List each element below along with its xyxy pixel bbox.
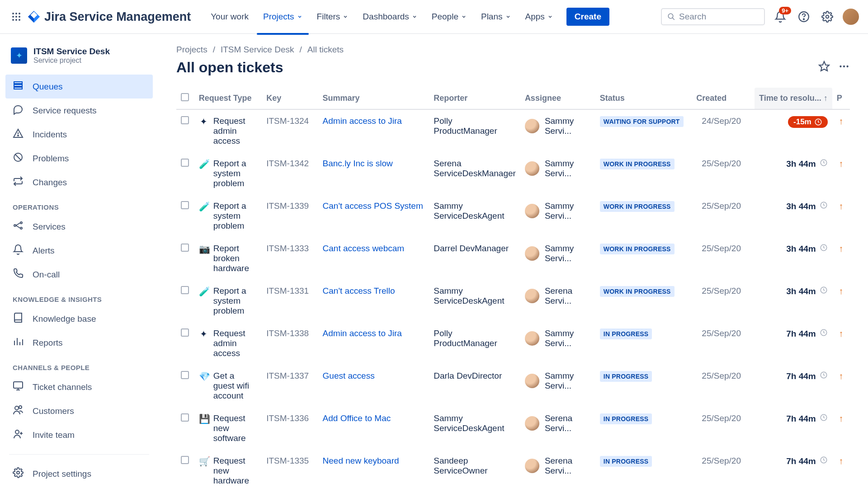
status-badge[interactable]: WAITING FOR SUPPORT bbox=[600, 116, 684, 127]
issue-key[interactable]: ITSM-1331 bbox=[262, 280, 318, 322]
sidebar-item-customers[interactable]: Customers bbox=[5, 399, 153, 423]
nav-dashboards[interactable]: Dashboards bbox=[356, 7, 423, 26]
create-button[interactable]: Create bbox=[566, 8, 609, 26]
nav-apps[interactable]: Apps bbox=[519, 7, 559, 26]
issue-key[interactable]: ITSM-1339 bbox=[262, 195, 318, 237]
help-icon[interactable] bbox=[796, 9, 812, 25]
sidebar-item-invite team[interactable]: Invite team bbox=[5, 423, 153, 447]
settings-icon[interactable] bbox=[819, 9, 835, 25]
column-header[interactable]: Time to resolu... ↑ bbox=[755, 88, 832, 109]
nav-projects[interactable]: Projects bbox=[257, 7, 309, 26]
select-all-checkbox[interactable] bbox=[181, 93, 189, 101]
issue-summary[interactable]: Admin access to Jira bbox=[318, 322, 429, 365]
table-row[interactable]: 🛒Request new hardware ITSM-1335 Need new… bbox=[176, 450, 850, 488]
row-checkbox[interactable] bbox=[181, 201, 189, 209]
product-logo[interactable]: Jira Service Management bbox=[27, 10, 191, 24]
column-header[interactable]: Status bbox=[595, 88, 692, 109]
status-badge[interactable]: IN PROGRESS bbox=[600, 328, 652, 339]
svg-point-8 bbox=[19, 19, 20, 21]
column-header[interactable]: Summary bbox=[318, 88, 429, 109]
row-checkbox[interactable] bbox=[181, 456, 189, 464]
row-checkbox[interactable] bbox=[181, 159, 189, 167]
sidebar-item-problems[interactable]: Problems bbox=[5, 146, 153, 170]
notifications-icon[interactable]: 9+ bbox=[772, 9, 788, 25]
table-row[interactable]: ✦Request admin access ITSM-1338 Admin ac… bbox=[176, 322, 850, 365]
sidebar-item-knowledge base[interactable]: Knowledge base bbox=[5, 307, 153, 331]
status-badge[interactable]: IN PROGRESS bbox=[600, 371, 652, 382]
table-row[interactable]: 📷Report broken hardware ITSM-1333 Cant a… bbox=[176, 237, 850, 280]
issue-summary[interactable]: Cant access webcam bbox=[318, 237, 429, 280]
issue-summary[interactable]: Add Office to Mac bbox=[318, 407, 429, 450]
more-icon[interactable] bbox=[838, 61, 850, 75]
sidebar-item-alerts[interactable]: Alerts bbox=[5, 239, 153, 263]
table-row[interactable]: 🧪Report a system problem ITSM-1339 Can't… bbox=[176, 195, 850, 237]
assignee-avatar bbox=[525, 161, 539, 176]
project-header[interactable]: ✦ ITSM Service Desk Service project bbox=[5, 43, 153, 68]
nav-your work[interactable]: Your work bbox=[204, 7, 255, 26]
table-row[interactable]: ✦Request admin access ITSM-1324 Admin ac… bbox=[176, 109, 850, 152]
search-input[interactable]: Search bbox=[661, 8, 765, 25]
issue-summary[interactable]: Banc.ly Inc is slow bbox=[318, 152, 429, 195]
issue-key[interactable]: ITSM-1335 bbox=[262, 450, 318, 488]
row-checkbox[interactable] bbox=[181, 286, 189, 294]
column-header[interactable]: Created bbox=[692, 88, 755, 109]
issue-summary[interactable]: Can't access POS System bbox=[318, 195, 429, 237]
nav-plans[interactable]: Plans bbox=[475, 7, 517, 26]
status-badge[interactable]: WORK IN PROGRESS bbox=[600, 286, 675, 297]
issue-summary[interactable]: Need new keyboard bbox=[318, 450, 429, 488]
breadcrumb-item[interactable]: All tickets bbox=[307, 45, 344, 55]
column-header[interactable]: Request Type bbox=[194, 88, 262, 109]
breadcrumb-item[interactable]: ITSM Service Desk bbox=[221, 45, 294, 55]
sidebar-item-on-call[interactable]: On-call bbox=[5, 263, 153, 286]
sidebar-item-service requests[interactable]: Service requests bbox=[5, 99, 153, 122]
status-badge[interactable]: WORK IN PROGRESS bbox=[600, 244, 675, 254]
breadcrumb-item[interactable]: Projects bbox=[176, 45, 208, 55]
issue-summary[interactable]: Guest access bbox=[318, 365, 429, 407]
status-badge[interactable]: IN PROGRESS bbox=[600, 413, 652, 424]
row-checkbox[interactable] bbox=[181, 116, 189, 124]
table-row[interactable]: 💾Request new software ITSM-1336 Add Offi… bbox=[176, 407, 850, 450]
sidebar-item-incidents[interactable]: Incidents bbox=[5, 122, 153, 146]
project-icon: ✦ bbox=[11, 47, 27, 64]
issue-summary[interactable]: Can't access Trello bbox=[318, 280, 429, 322]
star-icon[interactable] bbox=[818, 61, 830, 75]
sidebar-item-services[interactable]: Services bbox=[5, 215, 153, 239]
sidebar-item-label: Invite team bbox=[33, 430, 75, 440]
nav-filters[interactable]: Filters bbox=[311, 7, 355, 26]
app-switcher-icon[interactable] bbox=[9, 9, 24, 24]
issue-summary[interactable]: Admin access to Jira bbox=[318, 109, 429, 152]
column-header[interactable] bbox=[176, 88, 194, 109]
column-header[interactable]: Reporter bbox=[429, 88, 520, 109]
row-checkbox[interactable] bbox=[181, 413, 189, 422]
table-row[interactable]: 💎Get a guest wifi account ITSM-1337 Gues… bbox=[176, 365, 850, 407]
status-badge[interactable]: IN PROGRESS bbox=[600, 456, 652, 467]
nav-people[interactable]: People bbox=[425, 7, 473, 26]
issue-key[interactable]: ITSM-1333 bbox=[262, 237, 318, 280]
row-checkbox[interactable] bbox=[181, 244, 189, 252]
issue-key[interactable]: ITSM-1338 bbox=[262, 322, 318, 365]
search-icon bbox=[667, 13, 675, 21]
profile-avatar[interactable] bbox=[843, 9, 859, 25]
sidebar-item-ticket channels[interactable]: Ticket channels bbox=[5, 375, 153, 399]
invite-icon bbox=[13, 428, 24, 441]
issue-key[interactable]: ITSM-1324 bbox=[262, 109, 318, 152]
column-header[interactable]: Key bbox=[262, 88, 318, 109]
table-row[interactable]: 🧪Report a system problem ITSM-1331 Can't… bbox=[176, 280, 850, 322]
column-header[interactable]: P bbox=[832, 88, 850, 109]
status-badge[interactable]: WORK IN PROGRESS bbox=[600, 201, 675, 212]
issue-key[interactable]: ITSM-1336 bbox=[262, 407, 318, 450]
row-checkbox[interactable] bbox=[181, 371, 189, 379]
sidebar-item-project settings[interactable]: Project settings bbox=[5, 462, 153, 486]
status-badge[interactable]: WORK IN PROGRESS bbox=[600, 159, 675, 169]
sidebar-item-label: On-call bbox=[33, 270, 60, 280]
sidebar-item-queues[interactable]: Queues bbox=[5, 75, 153, 99]
table-row[interactable]: 🧪Report a system problem ITSM-1342 Banc.… bbox=[176, 152, 850, 195]
priority-icon: ↑ bbox=[839, 371, 843, 381]
assignee-name: Serena Servi... bbox=[545, 413, 591, 433]
sidebar-item-reports[interactable]: Reports bbox=[5, 331, 153, 355]
column-header[interactable]: Assignee bbox=[520, 88, 595, 109]
row-checkbox[interactable] bbox=[181, 328, 189, 337]
issue-key[interactable]: ITSM-1337 bbox=[262, 365, 318, 407]
issue-key[interactable]: ITSM-1342 bbox=[262, 152, 318, 195]
sidebar-item-changes[interactable]: Changes bbox=[5, 170, 153, 194]
